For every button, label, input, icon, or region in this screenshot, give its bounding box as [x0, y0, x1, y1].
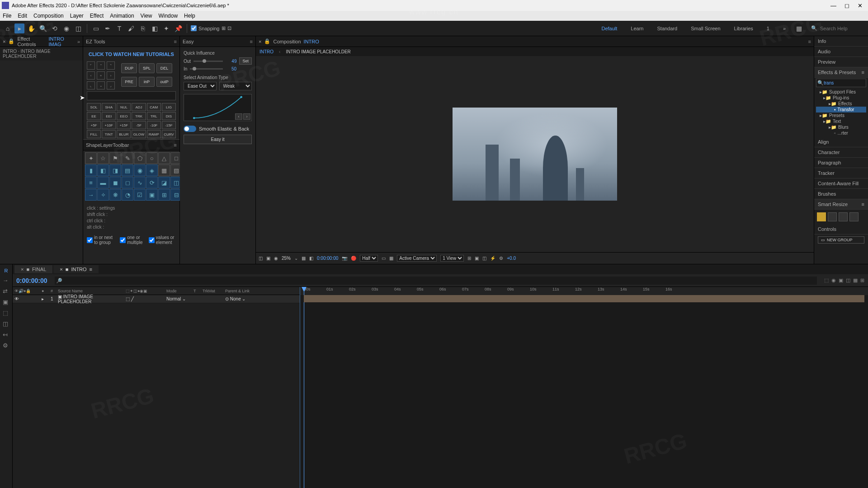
- composition-viewer[interactable]: [256, 56, 814, 252]
- ez-tools-tab-label[interactable]: EZ Tools: [86, 39, 105, 44]
- set-button[interactable]: Set: [239, 57, 252, 65]
- menu-composition[interactable]: Composition: [33, 13, 64, 19]
- sl-b5-icon[interactable]: ◉: [134, 164, 146, 176]
- clone-tool-icon[interactable]: ⎘: [138, 23, 148, 33]
- ez-pre-button[interactable]: PRE: [121, 77, 137, 87]
- brushes-panel-tab[interactable]: Brushes: [814, 189, 868, 199]
- ez-inp-button[interactable]: inP: [139, 77, 155, 87]
- comp-menu-icon[interactable]: ≡: [808, 39, 811, 44]
- menu-window[interactable]: Window: [158, 13, 178, 19]
- anchor-br-icon[interactable]: ⌟: [107, 81, 115, 89]
- tl-hicon-2[interactable]: ◉: [831, 277, 836, 283]
- sl-d5-icon[interactable]: ☑: [134, 189, 146, 201]
- comp-path-parent[interactable]: INTRO IMAGE PLACEHOLDER: [286, 49, 350, 54]
- workspace-libraries[interactable]: Libraries: [728, 24, 760, 33]
- menu-animation[interactable]: Animation: [110, 13, 134, 19]
- channel-icon[interactable]: 🔴: [351, 256, 356, 261]
- col-mode[interactable]: Mode: [165, 289, 192, 293]
- ez-eei-button[interactable]: EEI: [102, 112, 116, 120]
- zoom-dropdown-icon[interactable]: ⌄: [294, 256, 298, 261]
- ez-spl-button[interactable]: SPL: [139, 63, 155, 73]
- transparency-icon[interactable]: ▦: [389, 256, 393, 261]
- footer-timecode[interactable]: 0:00:00:00: [317, 256, 338, 261]
- workspace-default[interactable]: Default: [595, 24, 623, 33]
- rect-tool-icon[interactable]: ▭: [91, 23, 101, 33]
- shapelayer-menu-icon[interactable]: ≡: [174, 142, 177, 148]
- panel-lock-icon[interactable]: 🔒: [8, 38, 14, 44]
- footer-3d-icon[interactable]: ⊞: [467, 256, 471, 261]
- ez-m10f-button[interactable]: -10F: [147, 121, 161, 129]
- ez-tutorials-link[interactable]: CLICK TO WATCH NEW TUTORIALS: [83, 47, 179, 61]
- anchor-tl-icon[interactable]: ⌜: [87, 61, 95, 70]
- tree-text[interactable]: ▸📁 Text: [816, 118, 866, 124]
- sl-check-group[interactable]: in or next to group: [87, 235, 114, 245]
- ez-eeo-button[interactable]: EEO: [117, 112, 131, 120]
- align-panel-tab[interactable]: Align: [814, 137, 868, 147]
- sl-c7-icon[interactable]: ◪: [158, 177, 170, 188]
- tree-transform[interactable]: ▪ Transfor: [816, 107, 866, 113]
- ez-glow-button[interactable]: GLOW: [132, 130, 146, 138]
- exposure-value[interactable]: +0.0: [507, 256, 516, 261]
- hand-tool-icon[interactable]: ✋: [26, 23, 36, 33]
- out-slider[interactable]: [193, 61, 223, 62]
- menu-view[interactable]: View: [141, 13, 152, 19]
- footer-gear-icon[interactable]: ⚙: [499, 256, 503, 261]
- timeline-layer-bar[interactable]: [304, 295, 864, 302]
- tl-hicon-1[interactable]: ⬚: [824, 277, 829, 283]
- zoom-tool-icon[interactable]: 🔍: [38, 23, 48, 33]
- footer-fast-icon[interactable]: ⚡: [490, 256, 495, 261]
- easy-menu-icon[interactable]: ≡: [250, 39, 253, 44]
- out-value[interactable]: 49: [226, 59, 236, 64]
- home-icon[interactable]: ⌂: [3, 23, 13, 33]
- comp-tab-label[interactable]: Composition: [273, 39, 301, 44]
- workspace-learn[interactable]: Learn: [624, 24, 650, 33]
- in-slider[interactable]: [190, 68, 223, 70]
- ez-ee-button[interactable]: EE: [87, 112, 101, 120]
- footer-icon-1[interactable]: ◫: [259, 256, 263, 261]
- sl-d7-icon[interactable]: ⊞: [158, 189, 170, 201]
- ez-name-input[interactable]: [87, 91, 176, 100]
- maximize-icon[interactable]: ◻: [844, 2, 849, 9]
- workspace-small-screen[interactable]: Small Screen: [684, 24, 726, 33]
- sl-c3-icon[interactable]: ◼: [109, 177, 121, 188]
- search-help-input[interactable]: [820, 26, 865, 31]
- panel-close-icon[interactable]: ×: [3, 39, 5, 44]
- ez-sol-button[interactable]: SOL: [87, 103, 101, 111]
- strength-select[interactable]: Weak: [219, 82, 252, 90]
- panel-menu-icon[interactable]: »: [77, 39, 80, 44]
- effect-controls-tab-label[interactable]: Effect Controls: [17, 36, 46, 47]
- footer-renderer-icon[interactable]: ▣: [475, 256, 479, 261]
- anchor-bl-icon[interactable]: ⌞: [87, 81, 95, 89]
- ez-dup-button[interactable]: DUP: [121, 63, 137, 73]
- character-panel-tab[interactable]: Character: [814, 147, 868, 158]
- eraser-tool-icon[interactable]: ◧: [150, 23, 160, 33]
- col-trkmat[interactable]: TrkMat: [201, 289, 223, 293]
- ez-del-button[interactable]: DEL: [156, 63, 172, 73]
- timeline-tab-intro[interactable]: × ■ INTRO ≡: [53, 265, 99, 273]
- menu-effect[interactable]: Effect: [90, 13, 104, 19]
- footer-grid-icon[interactable]: ▦: [302, 256, 306, 261]
- sl-check-values[interactable]: values or element: [149, 235, 176, 245]
- sl-d6-icon[interactable]: ▣: [146, 189, 158, 201]
- comp-lock-icon[interactable]: 🔒: [264, 38, 270, 44]
- rq-icon-1[interactable]: →: [3, 277, 10, 284]
- camera-select[interactable]: Active Camera: [397, 255, 437, 262]
- sl-pen-icon[interactable]: ✎: [122, 152, 133, 164]
- tl-hicon-3[interactable]: ▣: [839, 277, 843, 283]
- puppet-tool-icon[interactable]: 📌: [173, 23, 183, 33]
- selection-tool-icon[interactable]: ▸: [14, 23, 24, 33]
- tree-plugins[interactable]: ▸📁 Plug-ins: [816, 95, 866, 101]
- ez-m5f-button[interactable]: -5F: [132, 121, 146, 129]
- sl-b3-icon[interactable]: ◨: [109, 164, 121, 176]
- ez-lig-button[interactable]: LIG: [162, 103, 176, 111]
- ez-tools-menu-icon[interactable]: ≡: [174, 39, 177, 44]
- ez-cam-button[interactable]: CAM: [147, 103, 161, 111]
- sl-c2-icon[interactable]: ▬: [97, 177, 109, 188]
- pen-tool-icon[interactable]: ✒: [103, 23, 113, 33]
- anchor-tr-icon[interactable]: ⌝: [107, 61, 115, 70]
- ez-p15f-button[interactable]: +15F: [117, 121, 131, 129]
- sr-icon-4[interactable]: [849, 212, 859, 221]
- anchor-l-icon[interactable]: ‹: [87, 71, 95, 80]
- tree-rter[interactable]: ▫ ...rter: [816, 130, 866, 136]
- ez-dis-button[interactable]: DIS: [162, 112, 176, 120]
